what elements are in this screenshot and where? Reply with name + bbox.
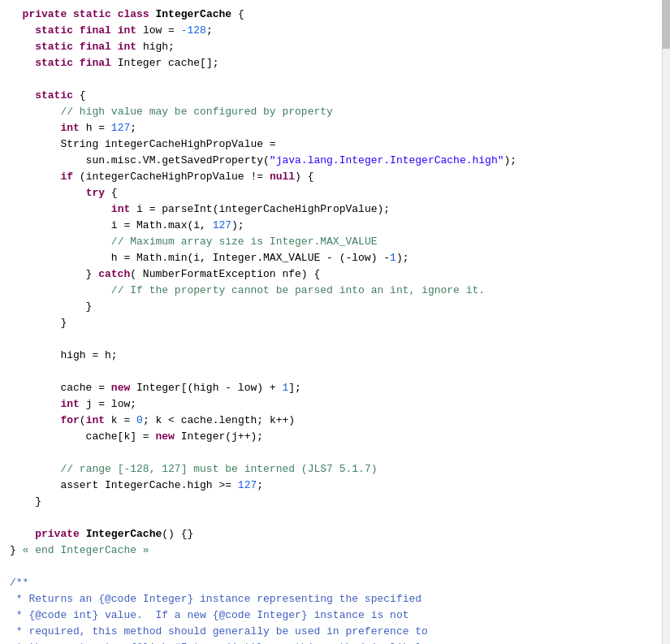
code-line: } bbox=[0, 299, 670, 315]
token-plain: } bbox=[10, 544, 23, 556]
code-line: int i = parseInt(integerCacheHighPropVal… bbox=[0, 201, 670, 218]
line-content: int h = 127; bbox=[3, 120, 667, 136]
token-kw: new bbox=[111, 382, 130, 394]
token-plain: cache[k] = bbox=[10, 430, 155, 443]
line-content bbox=[3, 445, 667, 461]
token-javadoc: * required, this method should generally… bbox=[10, 625, 428, 638]
token-plain: ( NumberFormatException nfe) { bbox=[130, 268, 320, 280]
token-plain bbox=[10, 8, 23, 20]
line-content: assert IntegerCache.high >= 127; bbox=[3, 478, 667, 494]
code-line bbox=[0, 445, 670, 461]
line-content: * the constructor {@link #Integer(int)},… bbox=[3, 640, 667, 644]
line-content: * {@code int} value. If a new {@code Int… bbox=[3, 607, 667, 624]
line-content: cache[k] = new Integer(j++); bbox=[3, 429, 667, 445]
code-line: static final int high; bbox=[0, 39, 670, 55]
code-line: * {@code int} value. If a new {@code Int… bbox=[0, 607, 670, 624]
token-plain: h = Math.min(i, Integer.MAX_VALUE - (-lo… bbox=[10, 252, 390, 264]
token-kw: null bbox=[270, 171, 295, 183]
scrollbar-thumb[interactable] bbox=[662, 0, 670, 49]
token-plain: ; bbox=[206, 24, 213, 37]
token-plain: i = parseInt(integerCacheHighPropValue); bbox=[130, 203, 390, 215]
code-line: static final int low = -128; bbox=[0, 23, 670, 39]
code-line: assert IntegerCache.high >= 127; bbox=[0, 478, 670, 494]
token-plain bbox=[80, 528, 86, 540]
token-plain: } bbox=[10, 495, 41, 508]
token-plain: high; bbox=[136, 41, 175, 53]
token-kw: private bbox=[23, 8, 67, 20]
code-line: static { bbox=[0, 88, 670, 104]
token-num: 127 bbox=[238, 479, 257, 491]
code-line: static final Integer cache[]; bbox=[0, 55, 670, 71]
line-content: * Returns an {@code Integer} instance re… bbox=[3, 591, 667, 607]
line-content: /** bbox=[3, 575, 667, 591]
code-line: // high value may be configured by prope… bbox=[0, 104, 670, 120]
token-plain: ]; bbox=[288, 382, 301, 394]
token-plain bbox=[10, 122, 60, 134]
token-kw: static bbox=[73, 8, 111, 20]
code-line: h = Math.min(i, Integer.MAX_VALUE - (-lo… bbox=[0, 250, 670, 266]
token-plain bbox=[73, 24, 80, 37]
token-num: -128 bbox=[181, 24, 206, 37]
token-kw: final bbox=[80, 41, 111, 53]
line-content bbox=[3, 364, 667, 380]
token-plain bbox=[10, 203, 111, 215]
token-plain bbox=[10, 89, 35, 102]
token-plain: j = low; bbox=[80, 398, 136, 410]
code-line bbox=[0, 71, 670, 88]
token-comment: « end IntegerCache » bbox=[23, 544, 149, 556]
token-plain: ; bbox=[130, 122, 136, 134]
token-plain: } bbox=[10, 300, 92, 313]
token-plain bbox=[73, 41, 80, 53]
code-line: if (integerCacheHighPropValue != null) { bbox=[0, 169, 670, 185]
code-line: high = h; bbox=[0, 348, 670, 364]
token-plain: ; bbox=[257, 479, 263, 491]
code-line: * required, this method should generally… bbox=[0, 624, 670, 640]
token-plain: k = bbox=[105, 414, 136, 426]
code-line: cache = new Integer[(high - low) + 1]; bbox=[0, 380, 670, 396]
line-content: static final Integer cache[]; bbox=[3, 55, 667, 71]
token-plain: } bbox=[10, 317, 67, 329]
token-num: 127 bbox=[111, 122, 130, 134]
code-line: try { bbox=[0, 185, 670, 201]
token-plain bbox=[10, 41, 35, 53]
token-plain: ( bbox=[80, 414, 86, 426]
code-line: private IntegerCache() {} bbox=[0, 526, 670, 542]
token-plain bbox=[10, 187, 86, 199]
token-plain: ); bbox=[504, 154, 517, 166]
line-content: cache = new Integer[(high - low) + 1]; bbox=[3, 380, 667, 396]
code-line bbox=[0, 364, 670, 380]
token-kw: static bbox=[35, 57, 73, 69]
code-line: private static class IntegerCache { bbox=[0, 6, 670, 23]
token-class-name: IntegerCache bbox=[86, 528, 162, 540]
code-line: i = Math.max(i, 127); bbox=[0, 218, 670, 234]
token-num: 127 bbox=[213, 219, 231, 231]
token-plain bbox=[10, 284, 111, 296]
token-plain: cache = bbox=[10, 382, 111, 394]
token-plain: i = Math.max(i, bbox=[10, 219, 213, 231]
token-plain bbox=[67, 8, 73, 20]
line-content: // Maximum array size is Integer.MAX_VAL… bbox=[3, 234, 667, 250]
token-plain: (integerCacheHighPropValue != bbox=[73, 171, 270, 183]
line-content: for(int k = 0; k < cache.length; k++) bbox=[3, 413, 667, 429]
token-kw: catch bbox=[98, 268, 130, 280]
token-plain: ); bbox=[396, 252, 409, 264]
token-plain bbox=[111, 8, 118, 20]
line-content bbox=[3, 71, 667, 88]
token-kw: static bbox=[35, 89, 73, 102]
line-content: private static class IntegerCache { bbox=[3, 6, 667, 23]
scrollbar[interactable] bbox=[662, 0, 670, 644]
token-plain: ); bbox=[231, 219, 244, 231]
token-plain: high = h; bbox=[10, 349, 118, 361]
token-comment: // If the property cannot be parsed into… bbox=[111, 284, 485, 296]
token-javadoc: * {@code int} value. If a new {@code Int… bbox=[10, 609, 408, 621]
line-content: static final int low = -128; bbox=[3, 23, 667, 39]
token-type: int bbox=[86, 414, 105, 426]
token-plain: { bbox=[105, 187, 118, 199]
token-plain: ; k < cache.length; k++) bbox=[143, 414, 295, 426]
code-line: int h = 127; bbox=[0, 120, 670, 136]
token-kw: final bbox=[80, 57, 111, 69]
token-kw: static bbox=[35, 41, 73, 53]
token-kw: for bbox=[60, 414, 79, 426]
line-content: static final int high; bbox=[3, 39, 667, 55]
token-plain bbox=[111, 41, 118, 53]
